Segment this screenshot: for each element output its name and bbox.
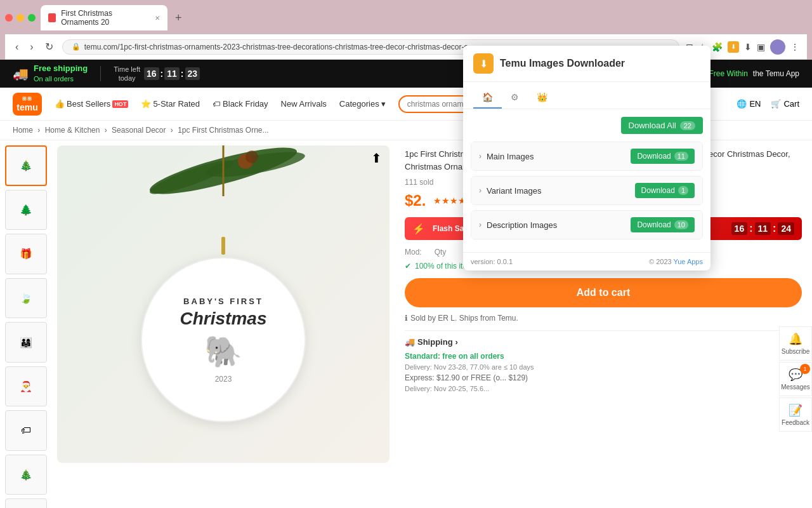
best-sellers-label: Best Sellers — [67, 99, 110, 109]
shipping-section: 🚚 Shipping › Standard: free on all order… — [405, 330, 802, 392]
cart-button[interactable]: 🛒 Cart — [771, 99, 799, 109]
thumb-img-5: 👨‍👩‍👧 — [20, 337, 32, 349]
download-icon[interactable]: ⬇ — [744, 42, 752, 52]
thumbnail-1[interactable]: 🎄 — [5, 145, 47, 186]
download-app-icon: ⬇ — [480, 58, 488, 70]
flash-d3: 24 — [778, 222, 794, 235]
variant-images-title: Variant Images — [487, 186, 635, 196]
crown-tab-icon: 👑 — [537, 92, 547, 102]
express-shipping-label: Express: $12.90 or FREE (o... $129) — [405, 373, 528, 382]
thumbs-up-icon: 👍 — [55, 99, 65, 109]
back-button[interactable]: ‹ — [13, 39, 21, 55]
thumb-img-6: 🎅 — [20, 380, 32, 392]
variant-chevron-icon: › — [479, 186, 481, 195]
tab-title: First Christmas Ornaments 20 — [61, 9, 150, 27]
flash-timer: 16 : 11 : 24 — [731, 222, 794, 235]
home-tab-icon: 🏠 — [482, 92, 493, 102]
popup-app-icon: ⬇ — [473, 53, 494, 74]
categories-link[interactable]: Categories ▾ — [339, 99, 386, 109]
thumbnail-6[interactable]: 🎅 — [5, 366, 47, 407]
variant-images-download-button[interactable]: Download 1 — [635, 183, 695, 198]
thumbnail-sidebar: 🎄 🌲 🎁 🍃 👨‍👩‍👧 🎅 🏷 🎄 — [0, 140, 52, 508]
breadcrumb-sep3: › — [171, 126, 173, 135]
thumbnail-8[interactable]: 🎄 — [5, 455, 47, 495]
time-left-label: Time left — [114, 65, 140, 74]
timer-d3: 23 — [185, 67, 200, 80]
variant-images-section: › Variant Images Download 1 — [471, 176, 703, 205]
yue-apps-link[interactable]: Yue Apps — [674, 258, 704, 265]
cart-label: Cart — [783, 99, 799, 109]
free-shipping-sublabel: On all orders — [34, 74, 88, 83]
popup-tab-home[interactable]: 🏠 — [473, 87, 502, 109]
chevron-down-icon: ▾ — [381, 99, 386, 109]
popup-tab-settings[interactable]: ⚙ — [502, 87, 528, 109]
checkmark-icon: ✔ — [405, 262, 411, 271]
thumbnail-9[interactable]: 🌟 — [5, 498, 47, 508]
variant-images-header[interactable]: › Variant Images Download 1 — [471, 177, 702, 204]
feedback-icon: 📝 — [789, 403, 802, 417]
browser-tab-active[interactable]: First Christmas Ornaments 20 ✕ — [41, 5, 167, 30]
logo-name: temu — [16, 102, 37, 112]
thumb-img-1: 🎄 — [20, 159, 32, 171]
breadcrumb-home-kitchen[interactable]: Home & Kitchen — [45, 126, 100, 135]
tab-close-icon[interactable]: ✕ — [155, 15, 160, 22]
messages-label: Messages — [781, 384, 810, 391]
black-friday-link[interactable]: 🏷 Black Friday — [213, 99, 268, 109]
copyright-text: © 2023 — [649, 258, 672, 265]
thumb-img-2: 🌲 — [20, 204, 32, 216]
messages-badge: 1 — [800, 364, 810, 374]
window-maximize-button[interactable] — [28, 14, 36, 22]
add-to-cart-button[interactable]: Add to cart — [405, 278, 802, 307]
shipping-label: Shipping — [417, 337, 453, 347]
temu-images-downloader-popup[interactable]: ⬇ Temu Images Downloader 🏠 ⚙ 👑 Download … — [463, 46, 710, 271]
main-images-download-button[interactable]: Download 11 — [631, 149, 695, 164]
subscribe-button[interactable]: 🔔 Subscribe — [779, 326, 812, 361]
thumbnail-5[interactable]: 👨‍👩‍👧 — [5, 322, 47, 363]
thumb-img-8: 🎄 — [20, 469, 32, 481]
popup-tab-premium[interactable]: 👑 — [528, 87, 556, 109]
profile-avatar[interactable] — [770, 39, 785, 55]
language-selector[interactable]: 🌐 EN — [737, 99, 761, 109]
menu-icon[interactable]: ⋮ — [790, 42, 799, 52]
download-all-button[interactable]: Download All 22 — [621, 117, 703, 134]
star-icon: ⭐ — [141, 99, 151, 109]
forward-button[interactable]: › — [27, 39, 36, 55]
five-star-link[interactable]: ⭐ 5-Star Rated — [141, 99, 200, 109]
new-tab-button[interactable]: + — [170, 9, 187, 27]
subscribe-label: Subscribe — [782, 348, 809, 355]
breadcrumb-home[interactable]: Home — [13, 126, 33, 135]
refresh-button[interactable]: ↻ — [43, 38, 56, 55]
ornament-text-baby: BABY'S FIRST — [183, 297, 263, 306]
sold-by-text: Sold by ER L. Ships from Temu. — [410, 314, 518, 323]
downloader-ext-icon[interactable]: ⬇ — [728, 41, 739, 53]
thumbnail-3[interactable]: 🎁 — [5, 234, 47, 274]
express-delivery-text: Delivery: Nov 20-25, 75.6... — [405, 385, 489, 392]
window-close-button[interactable] — [5, 14, 13, 22]
split-view-icon[interactable]: ▣ — [757, 42, 765, 52]
shipping-chevron: › — [455, 337, 458, 347]
thumbnail-2[interactable]: 🌲 — [5, 190, 47, 231]
feedback-button[interactable]: 📝 Feedback — [779, 398, 812, 432]
window-minimize-button[interactable] — [16, 14, 24, 22]
popup-header: ⬇ Temu Images Downloader — [463, 46, 710, 82]
main-images-header[interactable]: › Main Images Download 11 — [471, 142, 702, 170]
popup-tabs: 🏠 ⚙ 👑 — [463, 82, 710, 109]
messages-button[interactable]: 💬 1 Messages — [779, 362, 812, 396]
timer-colon1: : — [160, 69, 164, 79]
share-button[interactable]: ⬆ — [371, 150, 382, 166]
thumbnail-4[interactable]: 🍃 — [5, 278, 47, 319]
main-images-section: › Main Images Download 11 — [471, 142, 703, 171]
banner-divider — [100, 66, 101, 81]
description-images-download-button[interactable]: Download 10 — [631, 217, 695, 232]
breadcrumb-sep1: › — [37, 126, 40, 135]
extensions-icon[interactable]: 🧩 — [712, 42, 723, 52]
thumbnail-7[interactable]: 🏷 — [5, 410, 47, 451]
description-images-header[interactable]: › Description Images Download 10 — [471, 211, 702, 239]
new-arrivals-link[interactable]: New Arrivals — [281, 99, 327, 109]
today-label: today — [114, 74, 140, 83]
breadcrumb-seasonal-decor[interactable]: Seasonal Decor — [112, 126, 166, 135]
temu-logo[interactable]: ⊞⊞ temu — [13, 93, 42, 116]
download-all-label: Download All — [629, 121, 676, 130]
best-sellers-link[interactable]: 👍 Best Sellers HOT — [55, 99, 128, 109]
timer-d2: 11 — [164, 67, 180, 80]
